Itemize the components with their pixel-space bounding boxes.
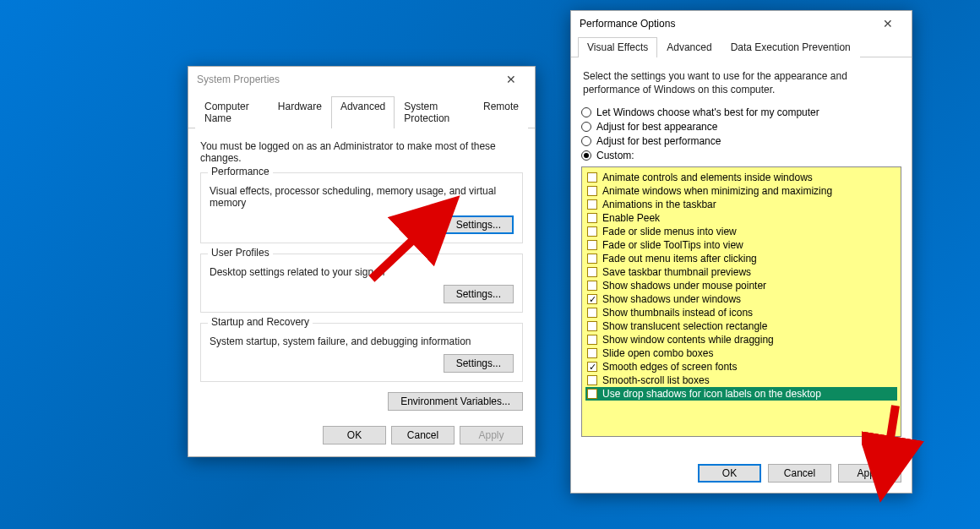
tab-hardware[interactable]: Hardware — [269, 96, 331, 128]
cancel-button[interactable]: Cancel — [391, 426, 455, 444]
radio-label: Custom: — [596, 150, 634, 161]
checklist-item[interactable]: Smooth edges of screen fonts — [585, 360, 897, 374]
tab-visual-effects[interactable]: Visual Effects — [578, 37, 657, 57]
checklist-label: Animations in the taskbar — [602, 199, 716, 210]
checklist-label: Show shadows under mouse pointer — [602, 280, 766, 292]
radio-icon — [581, 122, 591, 132]
radio-group: Let Windows choose what's best for my co… — [581, 106, 901, 161]
checklist-label: Enable Peek — [602, 212, 660, 224]
checklist-label: Fade out menu items after clicking — [602, 253, 757, 264]
visual-effects-listbox[interactable]: Animate controls and elements inside win… — [581, 166, 901, 437]
checklist-item[interactable]: Animations in the taskbar — [585, 198, 897, 211]
checklist-label: Save taskbar thumbnail previews — [602, 266, 751, 278]
dialog-buttons: OK Cancel Apply — [200, 419, 523, 444]
checklist-label: Fade or slide menus into view — [602, 226, 737, 237]
radio-option[interactable]: Adjust for best appearance — [581, 121, 901, 133]
checklist-label: Smooth-scroll list boxes — [602, 374, 710, 386]
apply-button[interactable]: Apply — [838, 464, 901, 483]
checkbox-icon — [587, 254, 597, 264]
admin-instruction: You must be logged on as an Administrato… — [200, 140, 523, 164]
close-icon[interactable]: ✕ — [494, 73, 528, 86]
system-properties-window: System Properties ✕ Computer NameHardwar… — [188, 66, 536, 457]
performance-options-window: Performance Options ✕ Visual EffectsAdva… — [570, 10, 912, 494]
checkbox-icon — [587, 308, 597, 318]
tab-strip: Computer NameHardwareAdvancedSystem Prot… — [188, 95, 535, 128]
radio-label: Adjust for best performance — [596, 135, 721, 147]
environment-variables-button[interactable]: Environment Variables... — [388, 392, 523, 411]
checkbox-icon — [587, 281, 597, 291]
group-desc: Visual effects, processor scheduling, me… — [210, 185, 514, 209]
titlebar: System Properties ✕ — [188, 67, 535, 92]
checklist-item[interactable]: Animate controls and elements inside win… — [585, 171, 897, 184]
radio-option[interactable]: Let Windows choose what's best for my co… — [581, 106, 901, 118]
checkbox-icon — [587, 362, 597, 372]
tab-advanced[interactable]: Advanced — [331, 96, 395, 128]
checklist-item[interactable]: Save taskbar thumbnail previews — [585, 265, 897, 279]
group-legend: Startup and Recovery — [208, 316, 313, 328]
tab-remote[interactable]: Remote — [474, 96, 528, 128]
ok-button[interactable]: OK — [698, 464, 761, 483]
checkbox-icon — [587, 348, 597, 358]
group-desc: System startup, system failure, and debu… — [210, 335, 514, 347]
checklist-label: Show shadows under windows — [602, 293, 741, 305]
checkbox-icon — [587, 226, 597, 237]
user-profiles-settings-button[interactable]: Settings... — [444, 285, 514, 303]
checklist-label: Show thumbnails instead of icons — [602, 307, 753, 319]
checklist-label: Animate controls and elements inside win… — [602, 172, 813, 183]
tab-strip: Visual EffectsAdvancedData Execution Pre… — [571, 36, 912, 57]
checkbox-icon — [587, 375, 597, 385]
window-title: System Properties — [197, 74, 494, 85]
radio-option[interactable]: Adjust for best performance — [581, 135, 901, 147]
checklist-item[interactable]: Animate windows when minimizing and maxi… — [585, 184, 897, 198]
checklist-item[interactable]: Enable Peek — [585, 211, 897, 225]
dialog-body: Select the settings you want to use for … — [571, 57, 912, 493]
group-legend: User Profiles — [208, 247, 273, 259]
tab-advanced[interactable]: Advanced — [657, 37, 721, 57]
group-user-profiles: User Profiles Desktop settings related t… — [200, 254, 523, 313]
titlebar: Performance Options ✕ — [571, 11, 912, 36]
startup-settings-button[interactable]: Settings... — [444, 354, 514, 373]
checkbox-icon — [587, 335, 597, 345]
radio-label: Let Windows choose what's best for my co… — [596, 106, 819, 118]
checklist-item[interactable]: Smooth-scroll list boxes — [585, 374, 897, 387]
group-desc: Desktop settings related to your sign-in — [210, 266, 514, 278]
checklist-label: Fade or slide ToolTips into view — [602, 239, 743, 251]
checkbox-icon — [587, 213, 597, 223]
group-startup-recovery: Startup and Recovery System startup, sys… — [200, 323, 523, 382]
tab-data-execution-prevention[interactable]: Data Execution Prevention — [721, 37, 860, 57]
performance-settings-button[interactable]: Settings... — [444, 215, 514, 234]
checklist-label: Use drop shadows for icon labels on the … — [602, 388, 821, 400]
instruction-text: Select the settings you want to use for … — [583, 69, 900, 96]
checklist-item[interactable]: Fade or slide ToolTips into view — [585, 238, 897, 252]
close-icon[interactable]: ✕ — [871, 17, 905, 30]
checklist-label: Slide open combo boxes — [602, 347, 713, 359]
radio-icon — [581, 107, 591, 117]
checklist-item[interactable]: Show thumbnails instead of icons — [585, 306, 897, 319]
checklist-label: Show translucent selection rectangle — [602, 320, 767, 332]
radio-label: Adjust for best appearance — [596, 121, 717, 133]
radio-option[interactable]: Custom: — [581, 150, 901, 161]
tab-system-protection[interactable]: System Protection — [395, 96, 474, 128]
radio-icon — [581, 136, 591, 146]
checklist-item[interactable]: Show window contents while dragging — [585, 333, 897, 346]
checkbox-icon — [587, 321, 597, 331]
checkbox-icon — [587, 389, 597, 399]
radio-icon — [581, 150, 591, 161]
checkbox-icon — [587, 240, 597, 250]
group-performance: Performance Visual effects, processor sc… — [200, 172, 523, 243]
checklist-item[interactable]: Show shadows under windows — [585, 292, 897, 306]
apply-button[interactable]: Apply — [460, 426, 523, 444]
checklist-label: Show window contents while dragging — [602, 334, 774, 346]
checklist-item[interactable]: Show shadows under mouse pointer — [585, 279, 897, 292]
checklist-item[interactable]: Fade or slide menus into view — [585, 225, 897, 238]
checkbox-icon — [587, 294, 597, 304]
checklist-item[interactable]: Use drop shadows for icon labels on the … — [585, 387, 897, 401]
tab-computer-name[interactable]: Computer Name — [195, 96, 269, 128]
dialog-body: You must be logged on as an Administrato… — [188, 128, 535, 456]
cancel-button[interactable]: Cancel — [768, 464, 831, 483]
checklist-item[interactable]: Slide open combo boxes — [585, 346, 897, 360]
ok-button[interactable]: OK — [323, 426, 386, 444]
checklist-item[interactable]: Fade out menu items after clicking — [585, 252, 897, 265]
checkbox-icon — [587, 172, 597, 183]
checklist-item[interactable]: Show translucent selection rectangle — [585, 319, 897, 333]
